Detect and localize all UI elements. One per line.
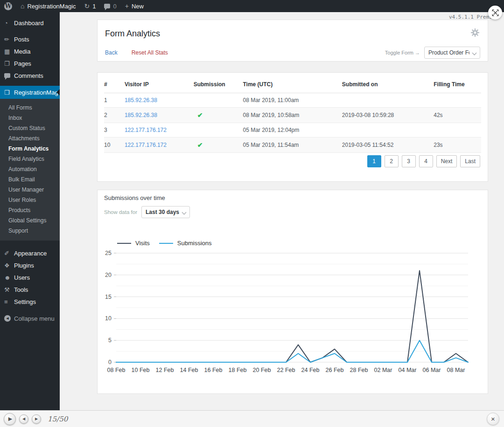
checkmark-icon: ✔ [194,111,203,119]
svg-text:14 Feb: 14 Feb [180,367,198,373]
sidebar-item-comments[interactable]: Comments [0,69,60,82]
legend-swatch-visits [117,243,131,244]
sidebar-item-global-settings[interactable]: Global Settings [0,215,60,226]
form-select[interactable]: Product Order Fo [424,47,480,59]
toggle-form-label: Toggle Form [385,50,413,55]
expand-button[interactable] [488,6,502,20]
sidebar-item-label: Media [14,48,30,55]
sidebar-item-field-analytics[interactable]: Field Analytics [0,154,60,164]
back-link[interactable]: Back [105,49,118,56]
visitor-ip-link[interactable]: 122.177.176.172 [125,142,167,148]
settings-gear-icon[interactable] [470,28,480,40]
page-button-2[interactable]: 2 [385,155,399,167]
sidebar-item-bulk-email[interactable]: Bulk Email [0,174,60,185]
svg-text:28 Feb: 28 Feb [350,367,368,373]
chart-legend: VisitsSubmissions [117,240,488,247]
svg-text:20 Feb: 20 Feb [253,367,271,373]
time-utc-cell: 08 Mar 2019, 11:00am [243,93,342,108]
sidebar-item-settings[interactable]: ≡Settings [0,296,60,308]
collapse-menu-button[interactable]: ◀ Collapse menu [0,312,60,324]
svg-text:16 Feb: 16 Feb [204,367,223,373]
page-button-1[interactable]: 1 [367,155,381,167]
sidebar-item-user-manager[interactable]: User Manager [0,185,60,195]
sidebar-item-tools[interactable]: ⚒Tools [0,283,60,296]
legend-label: Submissions [177,240,212,247]
filling-time-cell [434,93,481,108]
visitor-ip-link[interactable]: 185.92.26.38 [125,97,157,103]
wordpress-menu[interactable]: W [0,0,16,12]
sidebar-item-support[interactable]: Support [0,226,60,236]
svg-text:18 Feb: 18 Feb [229,367,247,373]
legend-entry-submissions[interactable]: Submissions [159,240,212,247]
sidebar-item-inbox[interactable]: Inbox [0,113,60,123]
column-header-time-utc-: Time (UTC) [243,76,342,93]
sidebar-item-label: Dashboard [14,20,44,27]
next-button[interactable]: ▶ [32,414,41,424]
registrationmagic-icon: ❒ [4,89,14,96]
submitted-on-cell [342,93,434,108]
submission-cell [194,123,243,138]
sidebar-item-all-forms[interactable]: All Forms [0,103,60,113]
submission-cell: ✔ [194,108,243,123]
visitor-ip-link[interactable]: 185.92.26.38 [125,112,157,118]
sidebar-item-custom-status[interactable]: Custom Status [0,123,60,133]
table-row: 1185.92.26.3808 Mar 2019, 11:00am [104,93,481,108]
comments-icon [4,72,14,79]
page-button-next[interactable]: Next [436,155,457,167]
sidebar-item-user-roles[interactable]: User Roles [0,195,60,205]
svg-text:10: 10 [105,315,112,322]
submissions-table: #Visitor IPSubmissionTime (UTC)Submitted… [104,76,481,153]
submissions-line-chart: 051015202508 Feb10 Feb12 Feb14 Feb16 Feb… [98,248,471,375]
comments-badge[interactable]: 0 [100,0,120,12]
sidebar-item-appearance[interactable]: ✐Appearance [0,247,60,259]
svg-text:10 Feb: 10 Feb [132,367,150,373]
sidebar-item-label: Appearance [14,250,47,257]
table-row: 10122.177.176.172✔05 Mar 2019, 11:54am20… [104,138,481,153]
new-menu[interactable]: + New [121,0,148,12]
visitor-ip-cell: 185.92.26.38 [125,93,194,108]
page-button-3[interactable]: 3 [402,155,416,167]
frame-counter: 15/50 [48,415,68,423]
plugins-icon: ❖ [4,262,14,269]
sidebar-item-label: Pages [14,60,31,67]
visitor-ip-link[interactable]: 122.177.176.172 [125,127,167,133]
svg-text:02 Mar: 02 Mar [374,367,392,373]
page-button-last[interactable]: Last [460,155,480,167]
svg-text:08 Feb: 08 Feb [107,367,126,373]
sidebar-item-products[interactable]: Products [0,205,60,215]
svg-text:26 Feb: 26 Feb [326,367,344,373]
right-arrow-icon: → [415,50,420,55]
home-icon: ⌂ [21,3,24,9]
sidebar-item-pages[interactable]: ❐Pages [0,57,60,69]
date-range-select[interactable]: Last 30 days [141,206,190,218]
sidebar-item-attachments[interactable]: Attachments [0,133,60,144]
row-number-cell: 2 [104,108,125,123]
updates-badge[interactable]: ↻ 1 [80,0,100,12]
previous-button[interactable]: ◀ [19,414,28,424]
play-button[interactable]: ▶ [4,413,16,425]
sidebar-item-media[interactable]: ▦Media [0,45,60,57]
sidebar-item-posts[interactable]: ✏Posts [0,33,60,45]
play-icon: ▶ [8,416,12,422]
sidebar-item-form-analytics[interactable]: Form Analytics [0,144,60,154]
settings-icon: ≡ [4,298,14,305]
new-label: New [132,3,144,10]
close-icon: × [491,415,495,423]
sidebar-item-label: Comments [14,72,43,79]
sidebar-item-automation[interactable]: Automation [0,164,60,174]
sidebar-item-dashboard[interactable]: ◔Dashboard [0,17,60,29]
collapse-arrow-icon: ◀ [4,315,11,322]
page-button-4[interactable]: 4 [419,155,433,167]
expand-arrows-icon [492,9,499,16]
site-link[interactable]: ⌂ RegistrationMagic [16,0,80,12]
comment-bubble-icon [104,4,110,8]
legend-entry-visits[interactable]: Visits [117,240,150,247]
column-header--: # [104,76,125,93]
reset-all-stats-link[interactable]: Reset All Stats [132,49,168,56]
collapse-menu-label: Collapse menu [14,315,55,322]
sidebar-item-registrationmagic[interactable]: ❒ RegistrationMagic [0,86,60,99]
close-player-button[interactable]: × [487,413,499,425]
svg-text:0: 0 [108,359,112,365]
sidebar-item-plugins[interactable]: ❖Plugins [0,259,60,271]
sidebar-item-users[interactable]: ☻Users [0,271,60,283]
